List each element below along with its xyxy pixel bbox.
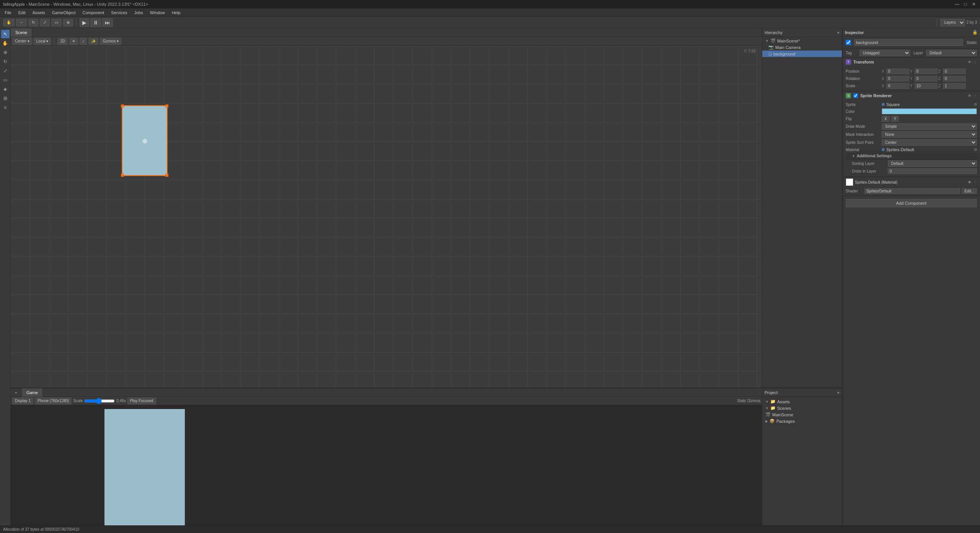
project-item-packages[interactable]: ▶ 📦 Packages	[764, 418, 840, 424]
hier-item-mainscene[interactable]: ▼ 🎬 MainScene*	[762, 37, 842, 44]
tool-rotate[interactable]: ↻	[28, 19, 38, 26]
tool-custom2[interactable]: ⊞	[1, 94, 10, 103]
hierarchy-add-btn[interactable]: +	[837, 30, 840, 35]
project-add-btn[interactable]: +	[837, 390, 840, 395]
material-eye-icon[interactable]: 👁	[968, 180, 972, 184]
tool-transform[interactable]: ⊕	[63, 19, 73, 26]
menu-gameobject[interactable]: GameObject	[49, 10, 79, 16]
object-enabled-checkbox[interactable]	[846, 40, 851, 45]
scale-z-input[interactable]	[943, 83, 966, 89]
flip-x-btn[interactable]: X	[882, 116, 890, 122]
window-controls[interactable]: — □ ✕	[954, 2, 977, 7]
layers-dropdown[interactable]: Layers	[940, 19, 965, 26]
sorting-layer-dropdown[interactable]: Default	[888, 160, 977, 167]
inspector-lock-icon[interactable]: 🔒	[972, 30, 978, 35]
handle-br[interactable]	[165, 174, 168, 177]
handle-bl[interactable]	[121, 174, 124, 177]
transform-header[interactable]: T Transform 👁 ⋮	[843, 58, 980, 66]
pos-z-input[interactable]	[943, 68, 966, 74]
tool-custom1[interactable]: ◈	[1, 85, 10, 93]
scene-object-background[interactable]: ⊕	[122, 105, 168, 176]
sprite-renderer-menu-icon[interactable]: ⋮	[973, 94, 977, 98]
scale-y-input[interactable]	[915, 83, 938, 89]
stats-label[interactable]: Stats	[737, 399, 746, 403]
transform-menu-icon[interactable]: ⋮	[973, 60, 977, 64]
menu-help[interactable]: Help	[169, 10, 184, 16]
maximize-btn[interactable]: □	[962, 2, 969, 7]
tool-hand-left[interactable]: ✋	[1, 39, 10, 47]
tab-game-label[interactable]: Game	[22, 388, 43, 397]
menu-window[interactable]: Window	[147, 10, 168, 16]
menu-edit[interactable]: Edit	[15, 10, 29, 16]
material-menu-icon[interactable]: ⋮	[973, 180, 977, 184]
play-focused-btn[interactable]: Play Focused	[127, 398, 156, 404]
close-btn[interactable]: ✕	[971, 2, 977, 7]
handle-tr[interactable]	[165, 104, 168, 108]
lights-button[interactable]: ☀	[69, 38, 78, 45]
hier-item-camera[interactable]: 📷 Main Camera	[762, 44, 842, 51]
rot-y-input[interactable]	[915, 76, 938, 81]
resolution-dropdown[interactable]: Phone (760x1280)	[35, 398, 72, 404]
sprite-sort-dropdown[interactable]: Center	[882, 139, 977, 146]
tool-move[interactable]: ↔	[16, 19, 27, 26]
tool-rect[interactable]: ▭	[51, 19, 62, 26]
menu-services[interactable]: Services	[108, 10, 130, 16]
pause-button[interactable]: ⏸	[90, 18, 101, 27]
audio-button[interactable]: ♪	[80, 38, 87, 45]
center-dropdown[interactable]: Center ▾	[12, 38, 32, 45]
step-button[interactable]: ⏭	[102, 18, 113, 27]
layer-dropdown[interactable]: Default	[926, 50, 977, 56]
scale-x-input[interactable]	[886, 83, 909, 89]
rot-x-input[interactable]	[886, 76, 909, 81]
tool-scale[interactable]: ⤢	[40, 19, 50, 26]
tag-dropdown[interactable]: Untagged	[859, 50, 910, 56]
tool-select[interactable]: ↖	[1, 30, 10, 38]
additional-settings-header[interactable]: ▼ Additional Settings	[846, 153, 977, 160]
2d-button[interactable]: 2D	[57, 38, 68, 45]
tool-scale-left[interactable]: ⤢	[1, 67, 10, 75]
scene-viewport[interactable]: ⊕ Y: 7.60	[11, 46, 762, 388]
effects-button[interactable]: ✨	[88, 38, 98, 45]
material-select-btn[interactable]: ⊙	[974, 147, 977, 152]
tool-rect-left[interactable]: ▭	[1, 76, 10, 84]
project-item-scenes[interactable]: ▼ 📁 Scenes	[764, 405, 840, 411]
sprite-renderer-header[interactable]: S Sprite Renderer 👁 ⋮	[843, 91, 980, 100]
color-picker[interactable]	[882, 108, 977, 114]
add-component-button[interactable]: Add Component	[846, 199, 977, 207]
object-name-input[interactable]	[854, 39, 963, 46]
local-dropdown[interactable]: Local ▾	[34, 38, 51, 45]
menu-file[interactable]: File	[2, 10, 15, 16]
hier-item-background[interactable]: ◻ background	[762, 51, 842, 57]
rot-z-input[interactable]	[943, 76, 966, 81]
tool-rotate-left[interactable]: ↻	[1, 57, 10, 66]
flip-y-btn[interactable]: Y	[891, 116, 899, 122]
shader-edit-btn[interactable]: Edit...	[962, 188, 977, 194]
minimize-btn[interactable]: —	[954, 2, 960, 7]
order-in-layer-input[interactable]	[888, 168, 977, 174]
shader-input[interactable]	[864, 188, 960, 194]
sprite-select-btn[interactable]: ⊙	[974, 102, 977, 107]
draw-mode-dropdown[interactable]: Simple	[882, 123, 977, 130]
project-item-mainscene[interactable]: 🎬 MainScene	[764, 411, 840, 418]
scale-slider[interactable]	[84, 398, 115, 404]
pos-y-input[interactable]	[915, 68, 938, 74]
menu-component[interactable]: Component	[79, 10, 107, 16]
display-dropdown[interactable]: Display 1	[12, 398, 33, 404]
gizmos-scene[interactable]: Gizmos ▾	[100, 38, 121, 45]
sprite-renderer-checkbox[interactable]	[853, 93, 858, 98]
mask-interaction-dropdown[interactable]: None	[882, 131, 977, 138]
pos-x-input[interactable]	[886, 68, 909, 74]
tool-hand[interactable]: ✋	[3, 19, 15, 26]
tool-move-left[interactable]: ⊕	[1, 48, 10, 57]
tab-game[interactable]: ▪	[11, 388, 22, 397]
project-item-assets[interactable]: ▼ 📁 Assets	[764, 398, 840, 405]
tab-scene[interactable]: Scene	[11, 28, 32, 37]
move-handle[interactable]: ⊕	[142, 137, 147, 144]
transform-eye-icon[interactable]: 👁	[968, 60, 972, 64]
handle-tl[interactable]	[121, 104, 124, 108]
sprite-renderer-eye-icon[interactable]: 👁	[968, 94, 972, 98]
menu-jobs[interactable]: Jobs	[131, 10, 146, 16]
tool-custom3[interactable]: ≡	[1, 103, 10, 112]
gizmos-label[interactable]: Gizmos	[747, 399, 760, 403]
menu-assets[interactable]: Assets	[29, 10, 48, 16]
